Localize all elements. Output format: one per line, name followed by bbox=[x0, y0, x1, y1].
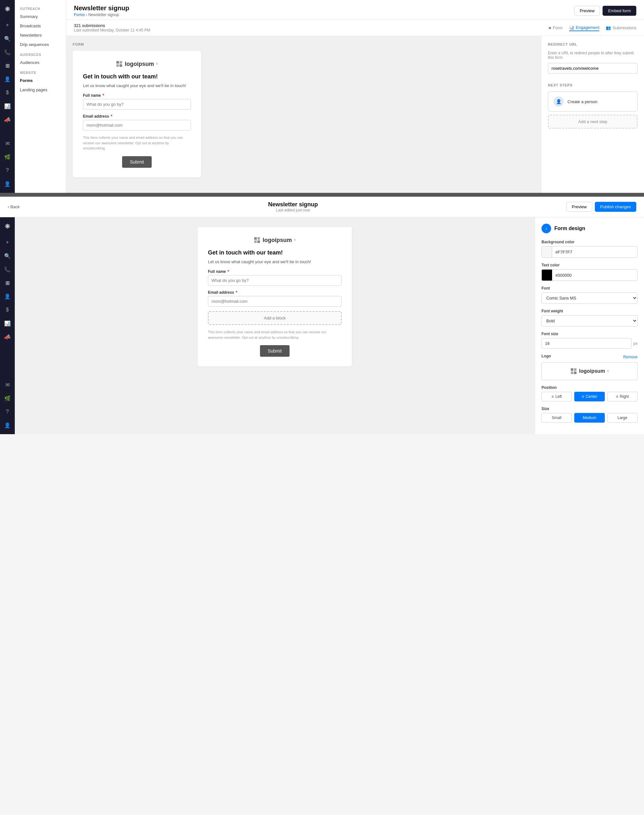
email-input[interactable] bbox=[83, 120, 191, 130]
sidebar-item-broadcasts[interactable]: Broadcasts bbox=[15, 21, 66, 31]
sidebar-icons: ❋ + 🔍 📞 ⊞ 👤 $ 📊 📣 ✉ 🌿 ? 👤 bbox=[0, 0, 15, 193]
position-left-button[interactable]: ≡ Left bbox=[541, 392, 572, 401]
submissions-count: 321 submissions bbox=[74, 23, 150, 28]
search-icon[interactable]: 🔍 bbox=[2, 33, 13, 44]
s2-person-icon[interactable]: 👤 bbox=[2, 291, 13, 302]
svg-rect-11 bbox=[574, 372, 577, 374]
logo-design-section: Logo Remove logoipsum ® bbox=[541, 354, 638, 380]
svg-rect-8 bbox=[571, 368, 573, 371]
size-medium-button[interactable]: Medium bbox=[574, 413, 604, 423]
create-person-card[interactable]: 👤 Create a person bbox=[548, 92, 638, 112]
text-color-section: Text color #000000 bbox=[541, 263, 638, 281]
svg-rect-4 bbox=[254, 237, 257, 240]
s2-avatar-icon[interactable]: 👤 bbox=[2, 420, 13, 431]
font-size-input[interactable]: 16 bbox=[541, 338, 632, 349]
email-required: * bbox=[111, 114, 112, 119]
position-center-button[interactable]: ≡ Center bbox=[574, 392, 604, 401]
bg-color-value[interactable]: #F7F7F7 bbox=[552, 247, 637, 257]
publish-changes-button[interactable]: Publish changes bbox=[595, 202, 636, 212]
logoipsum-icon bbox=[116, 60, 123, 67]
full-name-input[interactable] bbox=[83, 99, 191, 110]
s2-grid-icon[interactable]: ⊞ bbox=[2, 277, 13, 289]
avatar-icon[interactable]: 👤 bbox=[2, 178, 13, 190]
app-logo-icon[interactable]: ❋ bbox=[2, 3, 13, 15]
s2-help-icon[interactable]: ? bbox=[2, 406, 13, 417]
form-design-header: › Form design bbox=[541, 224, 638, 233]
logo-remove-button[interactable]: Remove bbox=[623, 355, 638, 359]
font-size-unit: px bbox=[633, 341, 638, 346]
redirect-url-input[interactable] bbox=[548, 63, 638, 74]
megaphone-icon[interactable]: 📣 bbox=[2, 114, 13, 125]
s2-full-name-input[interactable] bbox=[208, 275, 342, 286]
sidebar-item-forms[interactable]: Forms bbox=[15, 76, 66, 85]
help-icon[interactable]: ? bbox=[2, 164, 13, 176]
sidebar-item-summary[interactable]: Summary bbox=[15, 12, 66, 21]
font-weight-select[interactable]: Bold Normal Light bbox=[541, 315, 638, 326]
tab-form[interactable]: ■ Form bbox=[549, 25, 563, 31]
add-block-button[interactable]: Add a block bbox=[208, 311, 342, 325]
grid-icon[interactable]: ⊞ bbox=[2, 60, 13, 71]
s2-logoipsum-text: logoipsum bbox=[262, 237, 292, 244]
s2-submit-button[interactable]: Submit bbox=[260, 345, 290, 357]
position-right-label: Right bbox=[620, 394, 629, 399]
s2-email-required: * bbox=[236, 290, 238, 295]
dollar-icon[interactable]: $ bbox=[2, 87, 13, 98]
size-small-button[interactable]: Small bbox=[541, 413, 572, 423]
add-next-step-btn[interactable]: Add a next step bbox=[548, 115, 638, 129]
sidebar-item-newsletters[interactable]: Newsletters bbox=[15, 31, 66, 40]
font-size-section: Font size 16 px bbox=[541, 332, 638, 349]
size-large-button[interactable]: Large bbox=[607, 413, 638, 423]
breadcrumb: Forms › Newsletter signup bbox=[74, 12, 129, 17]
s2-leaf-icon[interactable]: 🌿 bbox=[2, 392, 13, 404]
text-color-value[interactable]: #000000 bbox=[552, 270, 637, 280]
form-design-arrow-icon: › bbox=[541, 224, 551, 233]
preview-button[interactable]: Preview bbox=[574, 6, 600, 16]
phone-icon[interactable]: 📞 bbox=[2, 46, 13, 58]
logo-section-header: Logo Remove bbox=[541, 354, 638, 360]
s2-mail-icon[interactable]: ✉ bbox=[2, 379, 13, 391]
s2-search-icon[interactable]: 🔍 bbox=[2, 250, 13, 262]
s2-email-label: Email address * bbox=[208, 290, 342, 295]
position-left-label: Left bbox=[555, 394, 562, 399]
sidebar-item-audiences[interactable]: Audiences bbox=[15, 58, 66, 67]
svg-rect-10 bbox=[571, 372, 573, 374]
logoipsum-text: logoipsum bbox=[125, 61, 154, 67]
stats-left: 321 submissions Last submitted Monday, O… bbox=[74, 23, 150, 32]
logo-trademark: ® bbox=[607, 369, 609, 373]
s2-add-icon[interactable]: + bbox=[2, 236, 13, 248]
svg-rect-7 bbox=[258, 241, 260, 243]
s2-megaphone-icon[interactable]: 📣 bbox=[2, 331, 13, 343]
leaf-icon[interactable]: 🌿 bbox=[2, 151, 13, 162]
main-content: Newsletter signup Forms › Newsletter sig… bbox=[66, 0, 644, 193]
s2-dollar-icon[interactable]: $ bbox=[2, 304, 13, 316]
screen2-title: Newsletter signup bbox=[268, 201, 318, 208]
s2-email-input[interactable] bbox=[208, 296, 342, 306]
s2-phone-icon[interactable]: 📞 bbox=[2, 263, 13, 275]
header-title-area: Newsletter signup Forms › Newsletter sig… bbox=[74, 5, 129, 17]
screen2-preview-button[interactable]: Preview bbox=[566, 202, 592, 212]
website-section-label: WEBSITE bbox=[15, 67, 66, 76]
sidebar-item-landing-pages[interactable]: Landing pages bbox=[15, 85, 66, 95]
next-steps-title: NEXT STEPS bbox=[548, 83, 638, 87]
screen2-header: ‹ Back Newsletter signup Last edited jus… bbox=[0, 197, 644, 217]
form-subtext: Let us know what caught your eye and we'… bbox=[83, 83, 191, 88]
breadcrumb-current: Newsletter signup bbox=[88, 12, 119, 17]
last-submitted-date: Last submitted Monday, October 11 4:45 P… bbox=[74, 28, 150, 32]
submit-button[interactable]: Submit bbox=[122, 156, 152, 168]
s2-chart-icon[interactable]: 📊 bbox=[2, 317, 13, 329]
breadcrumb-forms-link[interactable]: Forms bbox=[74, 12, 85, 17]
tab-engagement[interactable]: 📊 Engagement bbox=[569, 25, 600, 31]
embed-form-button[interactable]: Embed form bbox=[603, 6, 636, 16]
right-panel: REDIRECT URL Enter a URL to redirect peo… bbox=[541, 36, 644, 193]
add-icon[interactable]: + bbox=[2, 19, 13, 31]
person-icon[interactable]: 👤 bbox=[2, 73, 13, 85]
chart-icon[interactable]: 📊 bbox=[2, 100, 13, 112]
sidebar-item-drip[interactable]: Drip sequences bbox=[15, 40, 66, 49]
position-right-button[interactable]: ≡ Right bbox=[607, 392, 638, 401]
back-button[interactable]: ‹ Back bbox=[8, 204, 20, 209]
top-header: Newsletter signup Forms › Newsletter sig… bbox=[66, 0, 644, 20]
s2-app-logo-icon[interactable]: ❋ bbox=[2, 221, 13, 232]
font-select[interactable]: Comic Sans MS Arial Georgia Helvetica bbox=[541, 293, 638, 304]
mail-icon[interactable]: ✉ bbox=[2, 138, 13, 149]
tab-submissions[interactable]: 👥 Submissions bbox=[606, 25, 636, 31]
